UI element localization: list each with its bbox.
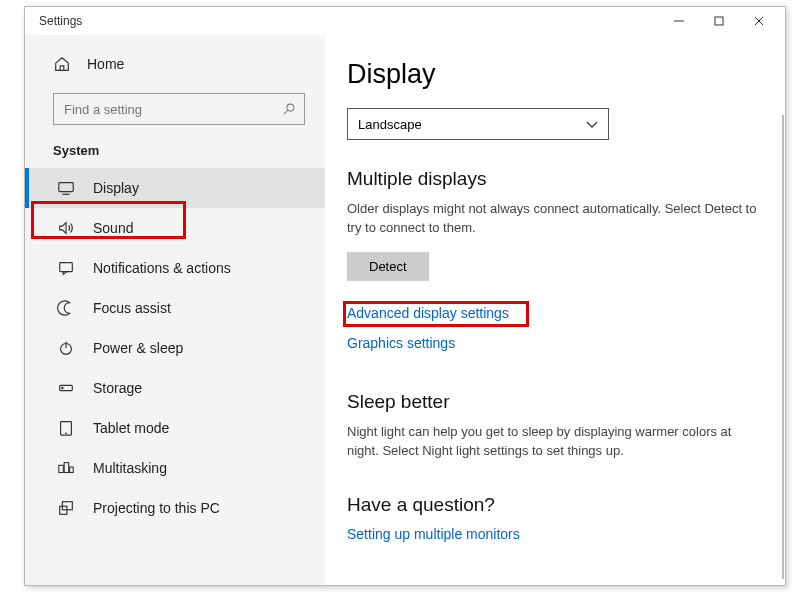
content-area: Home System Display Sound xyxy=(25,35,785,585)
nav-label: Projecting to this PC xyxy=(93,500,220,516)
search-input[interactable] xyxy=(64,102,282,117)
notifications-icon xyxy=(57,259,75,277)
minimize-icon xyxy=(674,16,684,26)
home-icon xyxy=(53,55,71,73)
nav-label: Power & sleep xyxy=(93,340,183,356)
display-icon xyxy=(57,179,75,197)
search-box[interactable] xyxy=(53,93,305,125)
svg-rect-15 xyxy=(59,465,64,472)
maximize-button[interactable] xyxy=(699,7,739,35)
close-icon xyxy=(754,16,764,26)
multiple-displays-heading: Multiple displays xyxy=(347,168,757,190)
graphics-settings-link[interactable]: Graphics settings xyxy=(347,335,757,351)
titlebar: Settings xyxy=(25,7,785,35)
multiple-displays-text: Older displays might not always connect … xyxy=(347,200,757,238)
scrollbar[interactable] xyxy=(782,115,784,579)
nav-label: Tablet mode xyxy=(93,420,169,436)
svg-line-5 xyxy=(284,110,288,114)
sound-icon xyxy=(57,219,75,237)
category-label: System xyxy=(25,139,325,168)
sidebar-item-notifications[interactable]: Notifications & actions xyxy=(25,248,325,288)
projecting-icon xyxy=(57,499,75,517)
sidebar-item-projecting[interactable]: Projecting to this PC xyxy=(25,488,325,528)
sidebar-item-multitasking[interactable]: Multitasking xyxy=(25,448,325,488)
setting-up-multiple-monitors-link[interactable]: Setting up multiple monitors xyxy=(347,526,757,542)
sidebar-item-power-sleep[interactable]: Power & sleep xyxy=(25,328,325,368)
sleep-better-heading: Sleep better xyxy=(347,391,757,413)
settings-window: Settings Home xyxy=(24,6,786,586)
minimize-button[interactable] xyxy=(659,7,699,35)
have-a-question-heading: Have a question? xyxy=(347,494,757,516)
sidebar-item-tablet-mode[interactable]: Tablet mode xyxy=(25,408,325,448)
orientation-select[interactable]: Landscape xyxy=(347,108,609,140)
svg-rect-16 xyxy=(64,463,69,473)
svg-point-12 xyxy=(62,387,63,388)
svg-rect-17 xyxy=(70,467,74,472)
nav-label: Notifications & actions xyxy=(93,260,231,276)
multitasking-icon xyxy=(57,459,75,477)
power-icon xyxy=(57,339,75,357)
nav-label: Sound xyxy=(93,220,133,236)
svg-point-4 xyxy=(287,104,294,111)
advanced-display-settings-link[interactable]: Advanced display settings xyxy=(347,305,757,321)
storage-icon xyxy=(57,379,75,397)
main-panel: Display Landscape Multiple displays Olde… xyxy=(325,35,785,585)
detect-button[interactable]: Detect xyxy=(347,252,429,281)
tablet-icon xyxy=(57,419,75,437)
nav-label: Focus assist xyxy=(93,300,171,316)
maximize-icon xyxy=(714,16,724,26)
close-button[interactable] xyxy=(739,7,779,35)
sidebar-item-storage[interactable]: Storage xyxy=(25,368,325,408)
svg-rect-8 xyxy=(60,263,73,272)
sidebar: Home System Display Sound xyxy=(25,35,325,585)
nav-label: Display xyxy=(93,180,139,196)
home-label: Home xyxy=(87,56,124,72)
nav-label: Storage xyxy=(93,380,142,396)
page-title: Display xyxy=(347,59,757,90)
nav-label: Multitasking xyxy=(93,460,167,476)
search-icon xyxy=(282,102,296,116)
sidebar-item-home[interactable]: Home xyxy=(25,47,325,81)
svg-rect-1 xyxy=(715,17,723,25)
sleep-better-text: Night light can help you get to sleep by… xyxy=(347,423,757,461)
orientation-value: Landscape xyxy=(358,117,422,132)
window-controls xyxy=(659,7,779,35)
sidebar-item-display[interactable]: Display xyxy=(25,168,325,208)
focus-assist-icon xyxy=(57,299,75,317)
svg-rect-6 xyxy=(59,183,73,192)
chevron-down-icon xyxy=(586,117,598,132)
window-title: Settings xyxy=(39,14,82,28)
sidebar-item-focus-assist[interactable]: Focus assist xyxy=(25,288,325,328)
sidebar-item-sound[interactable]: Sound xyxy=(25,208,325,248)
